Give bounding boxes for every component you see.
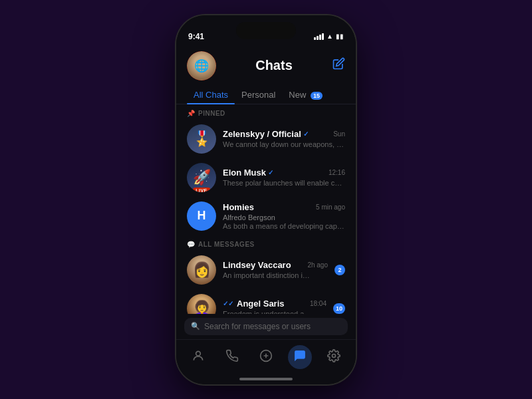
chat-time-angel: 18:04 — [310, 300, 327, 307]
compose-button[interactable] — [332, 57, 345, 74]
avatar-homies: H — [187, 201, 216, 231]
chat-time-zelenskyy: Sun — [333, 130, 345, 138]
chat-name-homies: Homies — [223, 202, 254, 212]
search-placeholder: Search for messages or users — [204, 322, 311, 331]
messages-icon: 💬 — [187, 241, 195, 248]
chat-info-homies: Homies 5 min ago Alfredo Bergson As both… — [223, 202, 345, 230]
chat-list: 📌 PINNED 🎖️ Zelenskyy / Official ✓ Sun — [176, 104, 356, 314]
chat-name-angel: ✓✓ Angel Saris — [223, 299, 285, 309]
chat-time-lindsey: 2h ago — [307, 261, 328, 269]
home-bar — [239, 378, 293, 380]
chat-item-lindsey[interactable]: 👩 Lindsey Vaccaro 2h ago An important di… — [176, 251, 356, 289]
contacts-icon — [192, 349, 205, 366]
chat-name-lindsey: Lindsey Vaccaro — [223, 260, 291, 270]
dynamic-island — [236, 22, 296, 39]
chat-item-elon[interactable]: 🚀 LIVE Elon Musk ✓ 12:16 These polar lau… — [176, 158, 356, 197]
wifi-icon: ▲ — [327, 33, 333, 40]
unread-badge-angel: 10 — [333, 303, 345, 314]
unread-badge-lindsey: 2 — [334, 265, 345, 275]
nav-chats[interactable] — [288, 345, 312, 369]
compose-icon — [259, 349, 273, 366]
search-bar[interactable]: 🔍 Search for messages or users — [184, 318, 348, 335]
chat-icon — [293, 349, 307, 366]
chat-preview-zelenskyy: We cannot lay down our weapons, because … — [223, 140, 345, 148]
avatar-angel: 👩‍🦱 — [187, 294, 216, 314]
chat-time-elon: 12:16 — [329, 169, 345, 176]
nav-contacts[interactable] — [186, 345, 210, 369]
chat-info-angel: ✓✓ Angel Saris 18:04 Freedom is understo… — [223, 299, 327, 314]
tabs-bar: All Chats Personal New 15 — [176, 86, 356, 104]
tab-personal[interactable]: Personal — [235, 86, 282, 104]
live-badge: LIVE — [193, 188, 210, 192]
battery-icon: ▮▮ — [336, 33, 344, 40]
pinned-section-header: 📌 PINNED — [176, 104, 356, 120]
all-messages-section-header: 💬 ALL MESSAGES — [176, 235, 356, 251]
header: 🌐 Chats — [176, 49, 356, 86]
chat-time-homies: 5 min ago — [316, 203, 345, 211]
avatar-elon: 🚀 LIVE — [187, 163, 216, 192]
pin-icon: 📌 — [187, 110, 195, 117]
avatar-lindsey: 👩 — [187, 255, 216, 285]
nav-new-message[interactable] — [254, 345, 278, 369]
chat-preview-lindsey: An important distinction is to be drawn … — [223, 271, 328, 279]
nav-calls[interactable] — [220, 345, 244, 369]
chat-item-homies[interactable]: H Homies 5 min ago Alfredo Bergson As bo… — [176, 197, 356, 235]
phone-screen: 9:41 ▲ ▮▮ 🌐 Chats — [176, 15, 356, 384]
status-icons: ▲ ▮▮ — [314, 33, 344, 40]
phone-icon — [225, 349, 239, 366]
chat-sender-homies: Alfredo Bergson — [223, 213, 345, 221]
avatar-zelenskyy: 🎖️ — [187, 124, 216, 154]
profile-avatar[interactable]: 🌐 — [187, 51, 216, 80]
chat-item-angel[interactable]: 👩‍🦱 ✓✓ Angel Saris 18:04 Freedom is unde… — [176, 289, 356, 314]
chat-item-zelenskyy[interactable]: 🎖️ Zelenskyy / Official ✓ Sun We cannot … — [176, 120, 356, 158]
new-badge: 15 — [311, 92, 323, 100]
chat-name-zelenskyy: Zelenskyy / Official ✓ — [223, 129, 309, 139]
chat-preview-angel: Freedom is understood as either having t… — [223, 310, 327, 314]
verified-icon-zelenskyy: ✓ — [303, 130, 309, 138]
chat-info-elon: Elon Musk ✓ 12:16 These polar launches w… — [223, 168, 345, 187]
double-check-icon: ✓✓ — [223, 300, 233, 307]
verified-icon-elon: ✓ — [268, 169, 273, 176]
svg-point-4 — [332, 354, 335, 357]
page-title: Chats — [255, 58, 293, 73]
settings-icon — [327, 349, 340, 366]
svg-point-0 — [196, 351, 201, 356]
chat-info-lindsey: Lindsey Vaccaro 2h ago An important dist… — [223, 260, 328, 279]
chat-name-elon: Elon Musk ✓ — [223, 168, 273, 178]
chat-preview-elon: These polar launches will enable complet… — [223, 179, 345, 187]
chat-info-zelenskyy: Zelenskyy / Official ✓ Sun We cannot lay… — [223, 129, 345, 148]
bottom-nav — [176, 339, 356, 375]
tab-all-chats[interactable]: All Chats — [187, 86, 235, 104]
chat-preview-homies: As both a means of developing capac... — [223, 222, 345, 230]
phone-frame: 9:41 ▲ ▮▮ 🌐 Chats — [176, 15, 356, 384]
search-icon: 🔍 — [191, 322, 200, 331]
status-time: 9:41 — [188, 32, 204, 41]
nav-settings[interactable] — [322, 345, 346, 369]
signal-icon — [314, 33, 324, 40]
tab-new[interactable]: New 15 — [282, 86, 329, 104]
